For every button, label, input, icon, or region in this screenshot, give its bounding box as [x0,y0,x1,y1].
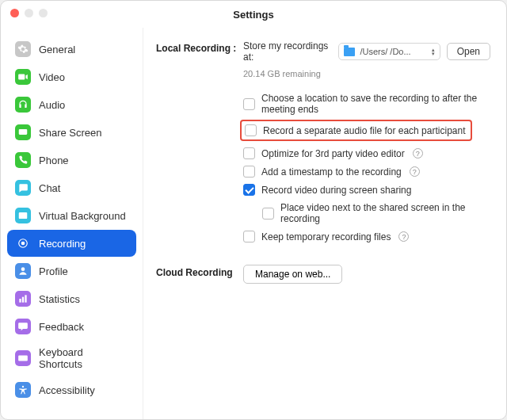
titlebar: Settings [1,1,506,28]
help-icon[interactable]: ? [413,148,423,158]
recording-option: Record a separate audio file for each pa… [242,123,466,138]
recording-option: Record video during screen sharing [243,181,490,199]
window-body: GeneralVideoAudioShare ScreenPhoneChatVi… [1,28,506,419]
option-label: Record video during screen sharing [261,185,411,196]
sidebar-item-accessibility[interactable]: Accessibility [7,376,136,403]
settings-window: Settings GeneralVideoAudioShare ScreenPh… [0,0,507,420]
headphones-icon [15,97,31,113]
sidebar-item-recording[interactable]: Recording [7,230,136,257]
sidebar-item-label: Audio [39,99,65,111]
svg-point-9 [21,325,22,326]
option-label: Record a separate audio file for each pa… [263,125,466,136]
sidebar-item-label: Share Screen [39,127,102,139]
recording-path-select[interactable]: /Users/ /Do... ▴▾ [338,43,440,60]
svg-point-2 [22,214,24,216]
highlight-box: Record a separate audio file for each pa… [240,120,472,141]
stats-icon [15,291,31,307]
storage-remaining: 20.14 GB remaining [243,69,490,78]
profile-icon [15,263,31,279]
section-label: Local Recording : [156,40,237,246]
sidebar-item-audio[interactable]: Audio [7,91,136,118]
checkbox[interactable] [243,147,255,159]
checkbox[interactable] [243,231,255,242]
svg-rect-14 [24,357,25,357]
sidebar-item-label: Profile [39,265,68,277]
checkbox[interactable] [243,98,255,110]
sidebar-item-share-screen[interactable]: Share Screen [7,119,136,146]
sidebar-item-virtual-background[interactable]: Virtual Background [7,202,136,229]
sidebar-item-feedback[interactable]: Feedback [7,313,136,340]
window-controls [10,9,48,17]
svg-rect-7 [22,297,24,303]
svg-rect-13 [21,357,22,357]
checkbox[interactable] [243,166,255,178]
option-label: Add a timestamp to the recording [261,166,402,178]
sidebar-item-chat[interactable]: Chat [7,174,136,201]
record-icon [15,235,31,251]
sidebar-item-phone[interactable]: Phone [7,147,136,174]
stepper-icon: ▴▾ [432,48,435,55]
help-icon[interactable]: ? [410,166,420,177]
svg-point-4 [21,242,25,246]
help-icon[interactable]: ? [398,231,409,242]
sidebar-item-profile[interactable]: Profile [7,258,136,284]
svg-rect-6 [19,299,21,303]
accessibility-icon [15,382,31,398]
close-icon[interactable] [10,9,19,17]
share-icon [15,124,31,140]
folder-icon [344,48,355,56]
phone-icon [15,152,31,168]
gear-icon [15,41,31,57]
virtual-bg-icon [15,208,31,223]
option-label: Keep temporary recording files [261,231,391,242]
sidebar: GeneralVideoAudioShare ScreenPhoneChatVi… [1,28,143,419]
recording-option: Place video next to the shared screen in… [243,199,490,227]
sidebar-item-label: Virtual Background [39,210,126,222]
option-label: Optimize for 3rd party video editor [261,148,405,159]
sidebar-item-label: Chat [39,182,60,194]
checkbox[interactable] [262,208,274,220]
svg-rect-8 [25,295,26,302]
cloud-recording-section: Cloud Recording Manage on web... [156,265,490,284]
sidebar-item-label: Statistics [39,293,80,305]
svg-rect-15 [25,357,26,357]
sidebar-item-label: Feedback [39,321,84,333]
local-recording-options: Choose a location to save the recording … [243,90,490,246]
sidebar-item-label: Recording [39,238,86,250]
svg-point-17 [22,386,24,388]
sidebar-item-statistics[interactable]: Statistics [7,285,136,312]
svg-point-5 [21,267,25,271]
option-label: Choose a location to save the recording … [261,93,490,115]
sidebar-item-keyboard-shortcuts[interactable]: Keyboard Shortcuts [7,341,136,376]
svg-point-10 [24,325,25,326]
sidebar-item-video[interactable]: Video [7,63,136,90]
content-pane: Local Recording : Store my recordings at… [143,28,506,419]
open-button[interactable]: Open [447,43,490,60]
svg-rect-16 [21,359,25,360]
feedback-icon [15,319,31,334]
store-label: Store my recordings at: [243,40,332,63]
sidebar-item-label: Phone [39,155,69,166]
sidebar-item-general[interactable]: General [7,36,136,63]
sidebar-item-label: Video [39,71,65,83]
manage-on-web-button[interactable]: Manage on web... [243,265,342,284]
recording-path: /Users/ /Do... [360,47,426,56]
recording-option: Add a timestamp to the recording? [243,162,490,181]
sidebar-item-label: General [39,44,75,55]
sidebar-item-label: Accessibility [39,384,95,396]
zoom-icon[interactable] [39,9,48,17]
local-recording-section: Local Recording : Store my recordings at… [156,40,490,246]
option-label: Place video next to the shared screen in… [280,202,490,224]
window-title: Settings [233,9,273,21]
checkbox[interactable] [243,184,255,196]
section-label: Cloud Recording [156,265,237,284]
checkbox[interactable] [245,124,257,136]
keyboard-icon [15,350,31,366]
sidebar-item-label: Keyboard Shortcuts [39,346,128,370]
video-icon [15,69,31,85]
store-row: Store my recordings at: /Users/ /Do... ▴… [243,40,490,63]
minimize-icon[interactable] [25,9,33,17]
recording-option: Choose a location to save the recording … [243,90,490,118]
chat-icon [15,180,31,196]
svg-rect-11 [18,356,28,361]
